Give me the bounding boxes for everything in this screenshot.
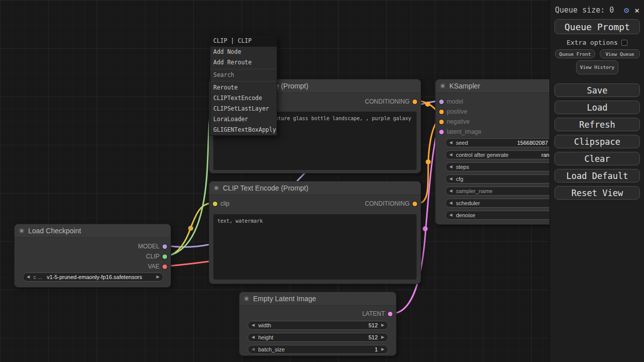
view-history-button[interactable]: View History xyxy=(576,60,618,74)
menu-item-gligentextboxapply[interactable]: GLIGENTextBoxApply xyxy=(210,125,277,135)
widget-value: v1-5-pruned-emaonly-fp16.safetensors xyxy=(47,274,142,280)
widget-label: steps xyxy=(456,164,469,170)
gear-icon[interactable]: ⚙ xyxy=(624,5,629,15)
slot-label: CLIP xyxy=(146,253,159,260)
node-load-checkpoint[interactable]: Load Checkpoint MODEL CLIP VAE ◀ c ... v… xyxy=(14,224,171,288)
prompt-textarea[interactable]: text, watermark xyxy=(213,214,417,280)
queue-front-button[interactable]: Queue Front xyxy=(555,49,595,58)
slot-label: LATENT xyxy=(362,310,385,317)
increment-arrow-icon[interactable]: ▶ xyxy=(381,323,384,327)
node-collapse-dot[interactable] xyxy=(19,228,24,233)
output-slot-conditioning: CONDITIONING xyxy=(365,199,417,209)
node-collapse-dot[interactable] xyxy=(244,296,249,301)
node-clip-text-encode-2[interactable]: CLIP Text Encode (Prompt) clip CONDITION… xyxy=(209,181,421,284)
slot-label: clip xyxy=(220,200,229,207)
decrement-arrow-icon[interactable]: ◀ xyxy=(252,323,255,327)
link-dot-clip xyxy=(188,226,193,231)
node-graph-canvas[interactable]: CLIP Text Encode (Prompt) CONDITIONING b… xyxy=(0,0,644,362)
output-port-latent[interactable] xyxy=(388,312,392,316)
increment-arrow-icon[interactable]: ▶ xyxy=(381,335,384,339)
decrement-arrow-icon[interactable]: ◀ xyxy=(449,201,452,205)
output-slot-model: MODEL xyxy=(138,241,167,251)
output-slot-conditioning: CONDITIONING xyxy=(365,97,417,107)
input-port-positive[interactable] xyxy=(439,110,444,114)
context-menu: CLIP | CLIP Add Node Add Reroute Search … xyxy=(210,34,277,136)
output-port-clip[interactable] xyxy=(163,254,167,259)
decrement-arrow-icon[interactable]: ◀ xyxy=(449,165,452,169)
decrement-arrow-icon[interactable]: ◀ xyxy=(252,347,255,351)
widget-value: 1566802087 xyxy=(517,140,548,146)
widget-ckpt-name[interactable]: ◀ c ... v1-5-pruned-emaonly-fp16.safeten… xyxy=(23,273,164,282)
context-menu-search-input[interactable]: Search xyxy=(210,69,277,81)
link-dot-latent xyxy=(423,226,428,231)
input-slot-clip: clip xyxy=(213,199,229,209)
node-header[interactable]: Empty Latent Image xyxy=(239,292,396,306)
menu-item-loraloader[interactable]: LoraLoader xyxy=(210,114,277,125)
input-port-clip[interactable] xyxy=(213,202,217,206)
widget-value: 512 xyxy=(368,322,377,328)
save-button[interactable]: Save xyxy=(554,83,640,97)
node-collapse-dot[interactable] xyxy=(440,83,445,88)
output-port-conditioning[interactable] xyxy=(413,100,417,104)
extra-options-label: Extra options xyxy=(567,39,618,46)
menu-item-add-reroute[interactable]: Add Reroute xyxy=(210,57,277,68)
increment-arrow-icon[interactable]: ▶ xyxy=(156,275,159,279)
widget-label: scheduler xyxy=(456,200,480,206)
input-slot-latent-image: latent_image xyxy=(439,127,481,137)
comfy-menu-panel: Queue size: 0 ⚙ ✕ Queue Prompt Extra opt… xyxy=(549,0,644,362)
node-collapse-dot[interactable] xyxy=(214,186,219,191)
link-dot-negative xyxy=(426,159,431,164)
slot-label: CONDITIONING xyxy=(365,200,410,207)
node-title: Empty Latent Image xyxy=(253,295,316,303)
reset-view-button[interactable]: Reset View xyxy=(554,186,640,200)
slot-label: MODEL xyxy=(138,243,159,250)
menu-item-add-node[interactable]: Add Node xyxy=(210,47,277,57)
input-port-latent-image[interactable] xyxy=(439,130,444,134)
decrement-arrow-icon[interactable]: ◀ xyxy=(252,335,255,339)
input-port-negative[interactable] xyxy=(439,120,444,124)
extra-options-checkbox[interactable] xyxy=(621,40,627,46)
widget-label: cfg xyxy=(456,176,463,182)
view-queue-button[interactable]: View Queue xyxy=(600,49,640,58)
node-header[interactable]: CLIP Text Encode (Prompt) xyxy=(209,182,421,195)
output-port-model[interactable] xyxy=(163,244,167,249)
output-slot-latent: LATENT xyxy=(362,309,392,319)
input-port-model[interactable] xyxy=(439,100,444,104)
link-clip-1 xyxy=(168,102,212,256)
decrement-arrow-icon[interactable]: ◀ xyxy=(27,275,30,279)
queue-prompt-button[interactable]: Queue Prompt xyxy=(554,19,640,34)
clear-button[interactable]: Clear xyxy=(554,152,640,165)
increment-arrow-icon[interactable]: ▶ xyxy=(381,347,384,351)
node-header[interactable]: Load Checkpoint xyxy=(15,224,171,238)
context-menu-title: CLIP | CLIP xyxy=(210,35,277,47)
refresh-button[interactable]: Refresh xyxy=(554,118,640,131)
widget-width[interactable]: ◀ width 512 ▶ xyxy=(248,321,388,330)
decrement-arrow-icon[interactable]: ◀ xyxy=(449,213,452,217)
node-empty-latent-image[interactable]: Empty Latent Image LATENT ◀ width 512 ▶ … xyxy=(239,292,396,356)
queue-size-label: Queue size: 0 xyxy=(555,6,620,15)
output-port-vae[interactable] xyxy=(163,264,167,269)
load-button[interactable]: Load xyxy=(554,101,640,114)
input-slot-positive: positive xyxy=(439,107,467,117)
slot-label: CONDITIONING xyxy=(365,98,410,105)
widget-value: 512 xyxy=(368,334,377,340)
output-port-conditioning[interactable] xyxy=(413,202,417,206)
close-icon[interactable]: ✕ xyxy=(633,6,641,15)
decrement-arrow-icon[interactable]: ◀ xyxy=(449,189,452,193)
decrement-arrow-icon[interactable]: ◀ xyxy=(449,153,452,157)
decrement-arrow-icon[interactable]: ◀ xyxy=(449,177,452,181)
node-title: KSampler xyxy=(449,82,480,90)
decrement-arrow-icon[interactable]: ◀ xyxy=(449,141,452,145)
menu-item-clipsetlastlayer[interactable]: CLIPSetLastLayer xyxy=(210,104,277,114)
input-slot-negative: negative xyxy=(439,117,469,127)
widget-batch-size[interactable]: ◀ batch_size 1 ▶ xyxy=(248,345,388,354)
menu-item-cliptextencode[interactable]: CLIPTextEncode xyxy=(210,93,277,104)
menu-item-reroute[interactable]: Reroute xyxy=(210,82,277,93)
slot-label: positive xyxy=(447,108,467,115)
slot-label: VAE xyxy=(148,263,159,270)
load-default-button[interactable]: Load Default xyxy=(554,169,640,183)
clipspace-button[interactable]: Clipspace xyxy=(554,135,640,148)
input-slot-model: model xyxy=(439,97,463,107)
slot-label: model xyxy=(447,98,463,105)
widget-height[interactable]: ◀ height 512 ▶ xyxy=(248,333,388,342)
